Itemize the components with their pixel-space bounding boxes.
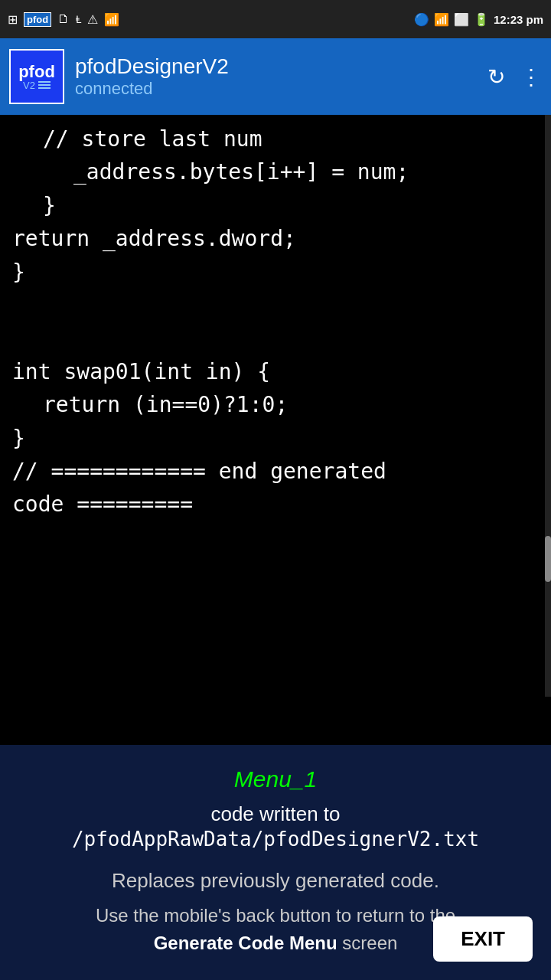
back-instructions-text: Use the mobile's back button to return t… <box>96 905 455 926</box>
bluetooth-icon: 🔵 <box>414 12 429 27</box>
warning-icon: ⚠ <box>87 12 98 27</box>
scrollbar-thumb[interactable] <box>545 536 551 582</box>
code-line: } <box>12 256 539 289</box>
pfod-icon: pfod <box>24 12 51 27</box>
wifi-icon: 📶 <box>104 12 119 27</box>
replaces-text: Replaces previously generated code. <box>23 866 528 896</box>
code-line: } <box>12 422 539 455</box>
status-time: 12:23 pm <box>494 13 543 26</box>
app-bar: pfod V2 pfodDesignerV2 connected ↻ ⋮ <box>0 38 551 115</box>
back-screen-label: Generate Code Menu <box>154 933 337 953</box>
app-title-area: pfodDesignerV2 connected <box>75 54 487 99</box>
code-line <box>12 289 539 322</box>
wifi2-icon: 📶 <box>434 12 449 27</box>
logo-lines-icon <box>38 81 51 89</box>
scrollbar[interactable] <box>545 115 551 697</box>
bottom-panel: Menu_1 code written to /pfodAppRawData/p… <box>0 745 551 980</box>
status-bar: ⊞ pfod 🗋 Ⱡ ⚠ 📶 🔵 📶 ⬜ 🔋 12:23 pm <box>0 0 551 38</box>
code-line: _address.bytes[i++] = num; <box>12 155 539 188</box>
app-title: pfodDesignerV2 <box>75 54 487 79</box>
battery-icon: 🔋 <box>474 12 489 27</box>
refresh-icon[interactable]: ↻ <box>487 64 505 90</box>
lyft-icon: Ⱡ <box>76 14 81 25</box>
more-options-icon[interactable]: ⋮ <box>520 64 542 90</box>
app-bar-actions: ↻ ⋮ <box>487 64 542 90</box>
nfc-icon: ⬜ <box>454 12 469 27</box>
exit-button[interactable]: EXIT <box>433 916 533 962</box>
code-written-label: code written to <box>23 800 528 828</box>
logo-text: pfod <box>18 64 55 80</box>
logo-v2: V2 <box>23 80 51 90</box>
code-line: code ========= <box>12 488 539 521</box>
code-line: // ============ end generated <box>12 455 539 488</box>
code-line: return (in==0)?1:0; <box>12 388 539 421</box>
status-icons-left: ⊞ pfod 🗋 Ⱡ ⚠ 📶 <box>8 12 119 27</box>
add-icon: ⊞ <box>8 12 18 27</box>
code-line: int swap01(int in) { <box>12 355 539 388</box>
file-path: /pfodAppRawData/pfodDesignerV2.txt <box>23 828 528 851</box>
code-line <box>12 322 539 354</box>
code-area: // store last num _address.bytes[i++] = … <box>0 115 551 697</box>
menu-title: Menu_1 <box>23 766 528 792</box>
app-logo: pfod V2 <box>9 49 64 104</box>
code-line: } <box>12 189 539 222</box>
files-icon: 🗋 <box>57 12 70 26</box>
status-icons-right: 🔵 📶 ⬜ 🔋 12:23 pm <box>414 12 543 27</box>
code-line: // store last num <box>12 122 539 155</box>
back-screen-suffix: screen <box>337 933 398 953</box>
app-subtitle: connected <box>75 79 487 99</box>
code-line: return _address.dword; <box>12 222 539 255</box>
